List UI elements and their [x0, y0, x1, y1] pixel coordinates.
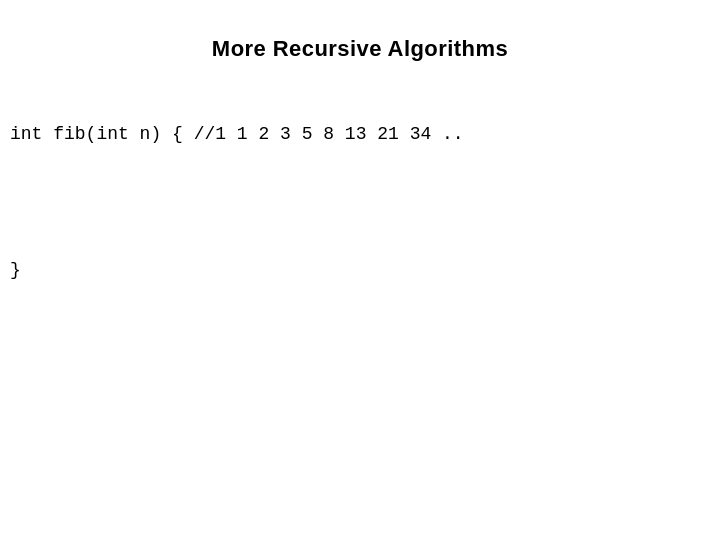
code-line-1: int fib(int n) { //1 1 2 3 5 8 13 21 34 … — [10, 120, 464, 149]
code-closing-brace: } — [10, 260, 21, 280]
slide: More Recursive Algorithms int fib(int n)… — [0, 0, 720, 540]
slide-title: More Recursive Algorithms — [0, 0, 720, 62]
